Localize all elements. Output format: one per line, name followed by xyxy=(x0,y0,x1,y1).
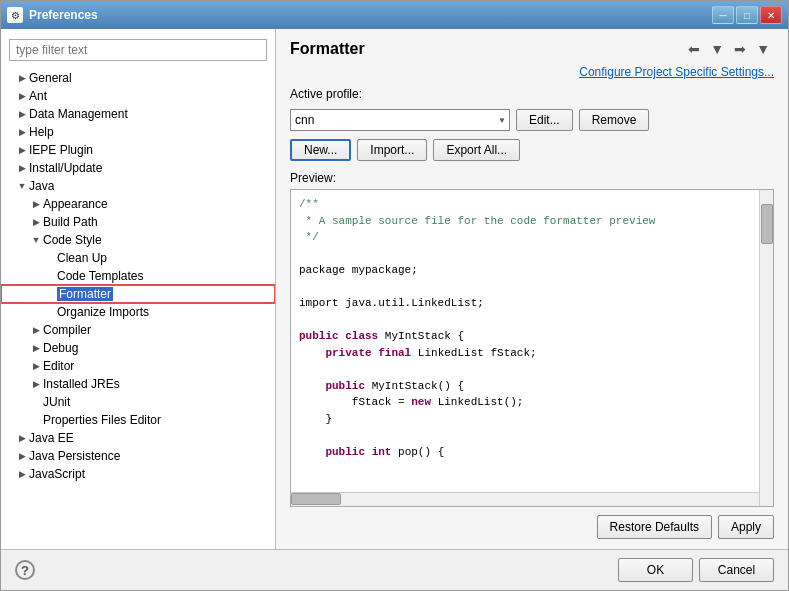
preferences-window: ⚙ Preferences ─ □ ✕ ▶ General ▶ Ant xyxy=(0,0,789,591)
scrollbar-thumb-x[interactable] xyxy=(291,493,341,505)
code-line: fStack = new LinkedList(); xyxy=(299,394,755,411)
sidebar-item-java-persistence[interactable]: ▶ Java Persistence xyxy=(1,447,275,465)
title-bar: ⚙ Preferences ─ □ ✕ xyxy=(1,1,788,29)
filter-input[interactable] xyxy=(9,39,267,61)
edit-button[interactable]: Edit... xyxy=(516,109,573,131)
panel-title: Formatter xyxy=(290,40,365,58)
ok-button[interactable]: OK xyxy=(618,558,693,582)
arrow-general: ▶ xyxy=(15,71,29,85)
sidebar-label-build-path: Build Path xyxy=(43,215,98,229)
preview-scrollbar-y[interactable] xyxy=(759,190,773,506)
export-all-button[interactable]: Export All... xyxy=(433,139,520,161)
arrow-junit xyxy=(29,395,43,409)
code-line: } xyxy=(299,411,755,428)
sidebar-item-java-ee[interactable]: ▶ Java EE xyxy=(1,429,275,447)
window-controls: ─ □ ✕ xyxy=(712,6,782,24)
forward-button[interactable]: ➡ xyxy=(730,39,750,59)
sidebar-item-debug[interactable]: ▶ Debug xyxy=(1,339,275,357)
sidebar-label-ant: Ant xyxy=(29,89,47,103)
code-line xyxy=(299,246,755,263)
sidebar-item-junit[interactable]: JUnit xyxy=(1,393,275,411)
sidebar-item-appearance[interactable]: ▶ Appearance xyxy=(1,195,275,213)
sidebar-label-help: Help xyxy=(29,125,54,139)
new-button[interactable]: New... xyxy=(290,139,351,161)
arrow-ant: ▶ xyxy=(15,89,29,103)
sidebar-item-properties-files-editor[interactable]: Properties Files Editor xyxy=(1,411,275,429)
minimize-button[interactable]: ─ xyxy=(712,6,734,24)
sidebar-item-compiler[interactable]: ▶ Compiler xyxy=(1,321,275,339)
arrow-installed-jres: ▶ xyxy=(29,377,43,391)
sidebar-item-code-templates[interactable]: Code Templates xyxy=(1,267,275,285)
sidebar-label-compiler: Compiler xyxy=(43,323,91,337)
sidebar-label-editor: Editor xyxy=(43,359,74,373)
code-line xyxy=(299,427,755,444)
scrollbar-thumb-y[interactable] xyxy=(761,204,773,244)
sidebar-item-data-management[interactable]: ▶ Data Management xyxy=(1,105,275,123)
sidebar-item-javascript[interactable]: ▶ JavaScript xyxy=(1,465,275,483)
sidebar-item-iepe-plugin[interactable]: ▶ IEPE Plugin xyxy=(1,141,275,159)
sidebar-label-data-management: Data Management xyxy=(29,107,128,121)
preview-scrollbar-x[interactable] xyxy=(291,492,759,506)
code-line xyxy=(299,361,755,378)
sidebar-item-code-style[interactable]: ▼ Code Style xyxy=(1,231,275,249)
sidebar-label-general: General xyxy=(29,71,72,85)
preview-area: /** * A sample source file for the code … xyxy=(290,189,774,507)
sidebar-item-build-path[interactable]: ▶ Build Path xyxy=(1,213,275,231)
arrow-java-ee: ▶ xyxy=(15,431,29,445)
footer-right: OK Cancel xyxy=(618,558,774,582)
back-button[interactable]: ⬅ xyxy=(684,39,704,59)
sidebar-label-java-ee: Java EE xyxy=(29,431,74,445)
arrow-appearance: ▶ xyxy=(29,197,43,211)
arrow-clean-up xyxy=(43,251,57,265)
sidebar-label-javascript: JavaScript xyxy=(29,467,85,481)
code-line: import java.util.LinkedList; xyxy=(299,295,755,312)
arrow-editor: ▶ xyxy=(29,359,43,373)
sidebar-label-formatter: Formatter xyxy=(57,287,113,301)
profile-select[interactable]: cnn Eclipse [built-in] Google Style xyxy=(290,109,510,131)
sidebar-item-formatter[interactable]: Formatter xyxy=(1,285,275,303)
sidebar-label-properties-files-editor: Properties Files Editor xyxy=(43,413,161,427)
arrow-organize-imports xyxy=(43,305,57,319)
sidebar-item-installed-jres[interactable]: ▶ Installed JREs xyxy=(1,375,275,393)
code-line: private final LinkedList fStack; xyxy=(299,345,755,362)
sidebar-item-help[interactable]: ▶ Help xyxy=(1,123,275,141)
sidebar-item-java[interactable]: ▼ Java xyxy=(1,177,275,195)
arrow-help: ▶ xyxy=(15,125,29,139)
sidebar-label-java-persistence: Java Persistence xyxy=(29,449,120,463)
sidebar-label-code-templates: Code Templates xyxy=(57,269,144,283)
nav-buttons: ⬅ ▼ ➡ ▼ xyxy=(684,39,774,59)
help-button[interactable]: ? xyxy=(15,560,35,580)
right-panel: Formatter ⬅ ▼ ➡ ▼ Configure Project Spec… xyxy=(276,29,788,549)
tree-view: ▶ General ▶ Ant ▶ Data Management ▶ Help xyxy=(1,69,275,543)
code-line: * A sample source file for the code form… xyxy=(299,213,755,230)
sidebar-item-ant[interactable]: ▶ Ant xyxy=(1,87,275,105)
sidebar-item-install-update[interactable]: ▶ Install/Update xyxy=(1,159,275,177)
panel-header: Formatter ⬅ ▼ ➡ ▼ xyxy=(290,39,774,59)
remove-button[interactable]: Remove xyxy=(579,109,650,131)
arrow-data-management: ▶ xyxy=(15,107,29,121)
nav-dropdown-button[interactable]: ▼ xyxy=(706,39,728,59)
restore-defaults-button[interactable]: Restore Defaults xyxy=(597,515,712,539)
maximize-button[interactable]: □ xyxy=(736,6,758,24)
code-line: */ xyxy=(299,229,755,246)
sidebar-label-organize-imports: Organize Imports xyxy=(57,305,149,319)
cancel-button[interactable]: Cancel xyxy=(699,558,774,582)
apply-button[interactable]: Apply xyxy=(718,515,774,539)
close-button[interactable]: ✕ xyxy=(760,6,782,24)
sidebar-item-editor[interactable]: ▶ Editor xyxy=(1,357,275,375)
code-line: public int pop() { xyxy=(299,444,755,461)
sidebar-label-installed-jres: Installed JREs xyxy=(43,377,120,391)
arrow-debug: ▶ xyxy=(29,341,43,355)
code-line: public class MyIntStack { xyxy=(299,328,755,345)
preview-label: Preview: xyxy=(290,171,774,185)
sidebar-item-general[interactable]: ▶ General xyxy=(1,69,275,87)
sidebar-item-organize-imports[interactable]: Organize Imports xyxy=(1,303,275,321)
profile-select-wrapper: cnn Eclipse [built-in] Google Style xyxy=(290,109,510,131)
configure-project-link[interactable]: Configure Project Specific Settings... xyxy=(290,65,774,79)
sidebar-label-install-update: Install/Update xyxy=(29,161,102,175)
sidebar-item-clean-up[interactable]: Clean Up xyxy=(1,249,275,267)
import-button[interactable]: Import... xyxy=(357,139,427,161)
code-line: public MyIntStack() { xyxy=(299,378,755,395)
forward-dropdown-button[interactable]: ▼ xyxy=(752,39,774,59)
window-icon: ⚙ xyxy=(7,7,23,23)
